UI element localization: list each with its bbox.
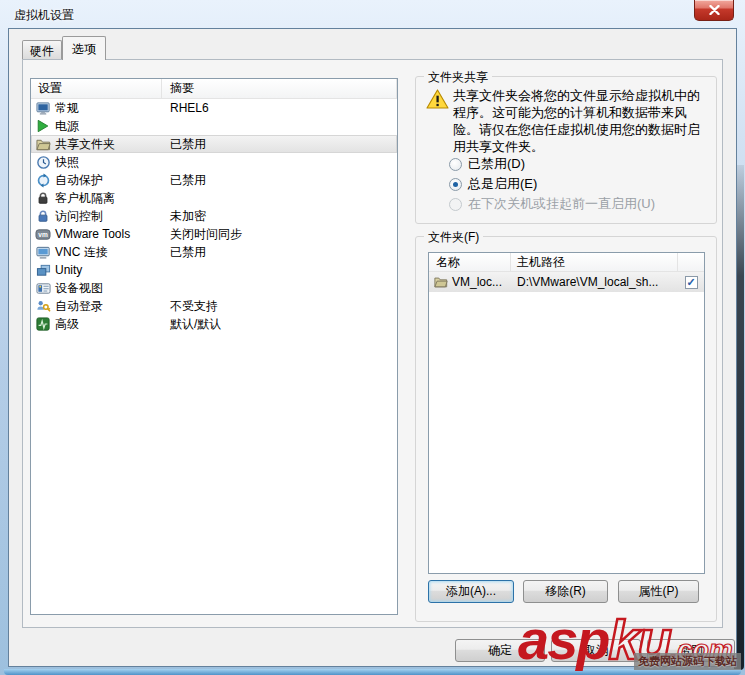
row-label: 共享文件夹 xyxy=(55,136,115,153)
cancel-button[interactable]: 取消 xyxy=(551,639,641,662)
folder-list-header: 名称 主机路径 xyxy=(429,253,704,272)
close-button[interactable] xyxy=(694,0,734,21)
play-icon xyxy=(35,118,51,134)
column-header-host-path[interactable]: 主机路径 xyxy=(511,253,678,271)
ok-button[interactable]: 确定 xyxy=(455,639,545,662)
close-icon xyxy=(709,1,720,19)
blue-lock-icon xyxy=(35,208,51,224)
settings-row-vmware-tools[interactable]: vmVMware Tools 关闭时间同步 xyxy=(31,225,397,243)
folder-sharing-warning: 共享文件夹会将您的文件显示给虚拟机中的程序。这可能为您的计算机和数据带来风险。请… xyxy=(453,87,705,155)
settings-row-vnc[interactable]: VNC 连接 已禁用 xyxy=(31,243,397,261)
sync-icon xyxy=(35,172,51,188)
settings-list: 设置 摘要 常规 RHEL6 电源 共享文件夹 已禁用 快照 自动保护 已禁用 … xyxy=(30,78,398,615)
clock-icon xyxy=(35,154,51,170)
row-summary: 关闭时间同步 xyxy=(162,226,397,243)
radio-label: 在下次关机或挂起前一直启用(U) xyxy=(468,195,655,213)
folder-sharing-group-title: 文件夹共享 xyxy=(424,69,492,86)
row-label: 客户机隔离 xyxy=(55,190,115,207)
folder-properties-button[interactable]: 属性(P) xyxy=(618,580,699,603)
settings-row-autologin[interactable]: 自动登录 不受支持 xyxy=(31,297,397,315)
settings-row-appliance-view[interactable]: 设备视图 xyxy=(31,279,397,297)
row-label: VMware Tools xyxy=(55,227,130,241)
vmware-logo-icon: vm xyxy=(35,226,51,242)
appliance-view-icon xyxy=(35,280,51,296)
row-label: 电源 xyxy=(55,118,79,135)
tab-options[interactable]: 选项 xyxy=(62,36,106,60)
frame-bottom-edge xyxy=(4,669,741,675)
settings-row-advanced[interactable]: 高级 默认/默认 xyxy=(31,315,397,333)
remove-folder-button[interactable]: 移除(R) xyxy=(523,580,608,603)
lock-icon xyxy=(35,190,51,206)
row-label: 自动保护 xyxy=(55,172,103,189)
enabled-checkbox[interactable] xyxy=(685,276,698,289)
shared-folder-host-path: D:\VMware\VM_local_sh... xyxy=(511,275,678,289)
settings-row-guest-isolation[interactable]: 客户机隔离 xyxy=(31,189,397,207)
row-summary: 已禁用 xyxy=(162,172,397,189)
folder-icon xyxy=(35,136,51,152)
radio-off-icon xyxy=(449,158,462,171)
row-label: 常规 xyxy=(55,100,79,117)
radio-on-icon xyxy=(449,178,462,191)
row-summary: 默认/默认 xyxy=(162,316,397,333)
row-label: Unity xyxy=(55,263,82,277)
settings-row-general[interactable]: 常规 RHEL6 xyxy=(31,99,397,117)
radio-disabled-icon xyxy=(449,198,462,211)
monitor-icon xyxy=(35,100,51,116)
row-label: 设备视图 xyxy=(55,280,103,297)
folder-list: 名称 主机路径 VM_loc... D:\VMware\VM_local_sh.… xyxy=(428,252,705,574)
windows-icon xyxy=(35,262,51,278)
column-header-summary[interactable]: 摘要 xyxy=(162,79,397,98)
warning-icon xyxy=(426,89,449,113)
vnc-monitor-icon xyxy=(35,244,51,260)
help-button[interactable]: 帮助 xyxy=(647,639,735,662)
settings-row-shared-folders[interactable]: 共享文件夹 已禁用 xyxy=(31,135,397,153)
row-label: 访问控制 xyxy=(55,208,103,225)
row-summary: 未加密 xyxy=(162,208,397,225)
svg-text:vm: vm xyxy=(38,231,48,238)
row-summary: 已禁用 xyxy=(162,244,397,261)
settings-row-power[interactable]: 电源 xyxy=(31,117,397,135)
row-summary: RHEL6 xyxy=(162,101,397,115)
row-summary: 不受支持 xyxy=(162,298,397,315)
shared-folder-row[interactable]: VM_loc... D:\VMware\VM_local_sh... xyxy=(429,272,704,292)
column-header-settings[interactable]: 设置 xyxy=(31,79,162,98)
settings-row-unity[interactable]: Unity xyxy=(31,261,397,279)
pulse-chart-icon xyxy=(35,316,51,332)
shared-folder-name: VM_loc... xyxy=(452,275,502,289)
settings-row-snapshots[interactable]: 快照 xyxy=(31,153,397,171)
row-label: 高级 xyxy=(55,316,79,333)
radio-label: 已禁用(D) xyxy=(468,155,525,173)
settings-row-access-control[interactable]: 访问控制 未加密 xyxy=(31,207,397,225)
settings-list-header: 设置 摘要 xyxy=(31,79,397,99)
window-title: 虚拟机设置 xyxy=(14,7,74,24)
settings-row-autoprotect[interactable]: 自动保护 已禁用 xyxy=(31,171,397,189)
row-label: VNC 连接 xyxy=(55,244,108,261)
radio-always-enabled[interactable]: 总是启用(E) xyxy=(449,176,537,192)
row-summary: 已禁用 xyxy=(162,136,397,153)
column-header-enabled xyxy=(678,253,704,271)
folder-icon xyxy=(433,274,449,290)
radio-disabled[interactable]: 已禁用(D) xyxy=(449,156,525,172)
folders-group-title: 文件夹(F) xyxy=(424,229,483,246)
column-header-name[interactable]: 名称 xyxy=(429,253,511,271)
row-label: 自动登录 xyxy=(55,298,103,315)
add-folder-button[interactable]: 添加(A)... xyxy=(428,580,514,603)
key-icon xyxy=(35,298,51,314)
tab-hardware[interactable]: 硬件 xyxy=(22,40,62,60)
radio-label: 总是启用(E) xyxy=(468,175,537,193)
row-label: 快照 xyxy=(55,154,79,171)
radio-enabled-until: 在下次关机或挂起前一直启用(U) xyxy=(449,196,655,212)
